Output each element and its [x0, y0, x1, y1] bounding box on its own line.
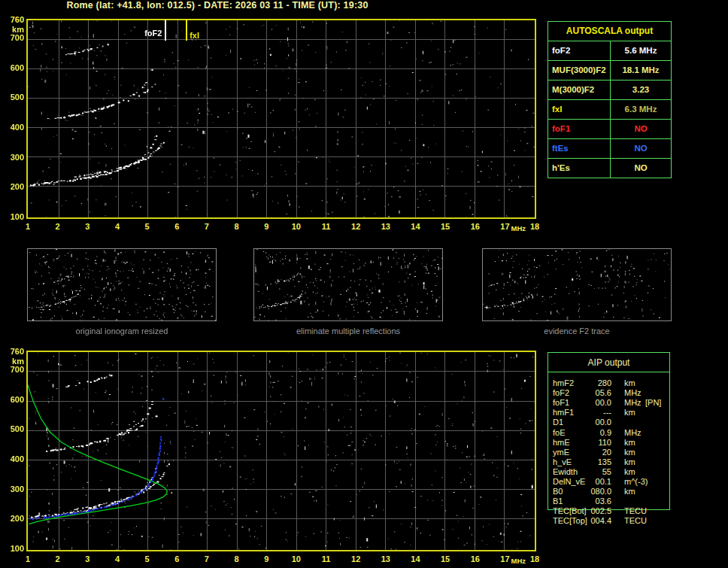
x-axis-tick-bottom: 14 — [404, 554, 426, 563]
y-axis-tick-bottom: 700 — [2, 365, 24, 374]
aip-row-unit: TECU — [624, 516, 647, 525]
autoscala-row-fxi: fxI6.3 MHz — [548, 100, 671, 120]
x-axis-tick-bottom: 2 — [47, 554, 69, 563]
aip-row-unit: m^(-3) — [624, 477, 648, 486]
restored-ionogram-panel — [26, 351, 536, 551]
aip-row-value: 135 — [569, 457, 611, 466]
x-axis-tick-bottom: 1 — [17, 554, 39, 563]
x-axis-tick-top: 8 — [226, 222, 248, 231]
aip-row-label-d1: D1 — [553, 418, 563, 427]
aip-row-value: 080.0 — [569, 487, 611, 496]
aip-row-unit: km — [624, 438, 635, 447]
autoscala-row-ftes: ftEsNO — [548, 139, 671, 159]
y-axis-tick-bottom: 500 — [2, 424, 24, 433]
aip-row-value: 002.5 — [569, 506, 611, 515]
thumbnail-filtered-frame — [253, 248, 443, 321]
y-axis-tick-top: 760 — [2, 15, 24, 24]
autoscala-table: AUTOSCALA output foF25.6 MHzMUF(3000)F21… — [548, 21, 672, 178]
aip-row-value: 0.9 — [569, 428, 611, 437]
x-axis-tick-bottom: 6 — [165, 554, 188, 563]
page-title: Rome (lat: +41.8, lon: 012.5) - DATE: 20… — [0, 0, 435, 11]
aip-row-unit: MHz — [624, 428, 642, 437]
aip-row-unit: km — [624, 448, 635, 457]
autoscala-table-title: AUTOSCALA output — [548, 22, 671, 41]
autoscala-row-label: foF1 — [548, 120, 611, 138]
fxi-marker-line — [186, 20, 187, 41]
x-axis-tick-top: 13 — [375, 222, 397, 231]
y-axis-tick-bottom: 760 — [2, 347, 24, 356]
aip-row-value: 03.6 — [569, 497, 611, 506]
autoscala-row-label: MUF(3000)F2 — [548, 61, 611, 80]
autoscala-row-value: 3.23 — [611, 80, 671, 99]
y-axis-tick-bottom: 400 — [2, 454, 24, 463]
x-axis-tick-bottom: 11 — [315, 554, 338, 563]
aip-row-unit: km — [624, 457, 635, 466]
y-axis-tick-bottom: 200 — [2, 514, 24, 523]
y-axis-tick-top: 200 — [2, 182, 24, 191]
aip-row-label-hme: hmE — [553, 438, 570, 447]
autoscala-row-fof1: foF1NO — [548, 120, 671, 139]
thumbnail-original-canvas — [28, 249, 216, 320]
autoscala-screen: Rome (lat: +41.8, lon: 012.5) - DATE: 20… — [0, 0, 728, 568]
autoscala-row-value: 5.6 MHz — [611, 41, 671, 60]
aip-row-label-fof2: foF2 — [553, 388, 569, 397]
aip-row-value: 00.0 — [569, 418, 611, 427]
autoscala-row-hes: h'EsNO — [548, 159, 671, 178]
autoscala-row-value: 6.3 MHz — [611, 100, 671, 119]
autoscala-row-value: NO — [611, 120, 671, 138]
aip-row-label-b0: B0 — [553, 487, 563, 496]
aip-table-title: AIP output — [548, 353, 669, 372]
aip-row-value: 20 — [569, 448, 611, 457]
thumbnail-f2-evidence: evidence F2 trace — [482, 248, 672, 321]
fof2-marker-line — [165, 20, 166, 41]
autoscala-row-muf3000f2: MUF(3000)F218.1 MHz — [548, 61, 671, 80]
x-axis-tick-top: 7 — [196, 222, 218, 231]
thumbnail-original: original ionogram resized — [27, 248, 217, 321]
aip-row-label-yme: ymE — [553, 448, 569, 457]
aip-row-unit: MHz — [624, 398, 642, 407]
x-axis-tick-top: 14 — [404, 222, 426, 231]
aip-row-unit: MHz — [624, 388, 642, 397]
x-axis-tick-top: 11 — [315, 222, 338, 231]
thumbnail-filtered: eliminate multiple reflections — [253, 248, 443, 321]
aip-row-unit: km — [624, 378, 635, 387]
autoscala-row-value: NO — [611, 139, 671, 158]
autoscala-row-m3000f2: M(3000)F23.23 — [548, 80, 671, 100]
x-axis-tick-bottom: 12 — [344, 554, 367, 563]
x-axis-tick-top: 2 — [47, 222, 69, 231]
x-axis-tick-top: 16 — [464, 222, 487, 231]
aip-row-value: 110 — [569, 438, 611, 447]
thumbnail-filtered-caption: eliminate multiple reflections — [253, 327, 443, 336]
y-axis-tick-top: 100 — [2, 212, 24, 221]
autoscala-row-value: NO — [611, 159, 671, 178]
aip-row-unit: km — [624, 408, 635, 417]
thumbnail-filtered-canvas — [254, 249, 442, 320]
aip-row-value: 55 — [569, 467, 611, 476]
aip-row-value: 00.0 — [569, 398, 611, 407]
aip-row-value: 05.6 — [569, 388, 611, 397]
aip-row-value: 00.1 — [569, 477, 611, 486]
x-axis-tick-top: 3 — [76, 222, 99, 231]
y-axis-unit-top: km — [2, 25, 24, 34]
y-axis-tick-bottom: 300 — [2, 484, 24, 494]
aip-row-label-foe: foE — [553, 428, 566, 437]
y-axis-tick-top: 500 — [2, 93, 24, 102]
x-axis-tick-top: 6 — [165, 222, 188, 231]
top-ionogram-canvas — [28, 20, 535, 217]
aip-row-unit: km — [624, 467, 635, 476]
x-axis-unit-top: MHz — [507, 224, 529, 232]
y-axis-tick-top: 700 — [2, 33, 24, 42]
x-axis-tick-top: 9 — [255, 222, 278, 231]
thumbnail-f2-evidence-canvas — [483, 249, 671, 320]
x-axis-unit-bottom: MHz — [507, 557, 529, 565]
thumbnail-f2-evidence-frame — [482, 248, 672, 321]
x-axis-tick-bottom: 13 — [375, 554, 397, 563]
autoscala-row-label: fxI — [548, 100, 611, 119]
x-axis-tick-top: 15 — [434, 222, 457, 231]
autoscala-row-fof2: foF25.6 MHz — [548, 41, 671, 61]
aip-row-value: --- — [569, 408, 611, 417]
aip-row-unit: TECU — [624, 506, 647, 515]
aip-row-value: 004.4 — [569, 516, 611, 525]
autoscala-row-label: ftEs — [548, 139, 611, 158]
aip-row-unit: km — [624, 487, 635, 496]
